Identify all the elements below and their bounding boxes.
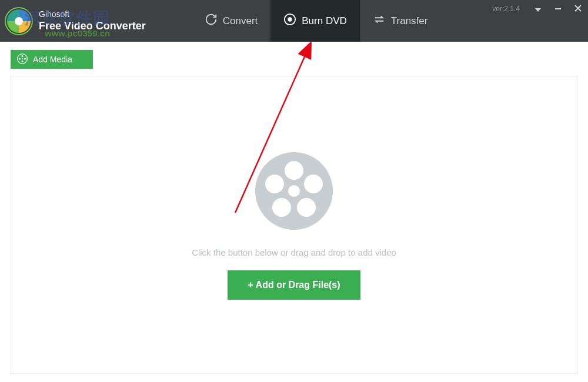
svg-point-9 — [19, 58, 21, 59]
svg-point-8 — [22, 61, 24, 62]
svg-point-13 — [285, 161, 303, 180]
tab-transfer-label: Transfer — [391, 15, 428, 27]
main-tabs: Convert Burn DVD Transfer — [192, 0, 441, 42]
app-logo-icon — [5, 7, 33, 35]
add-or-drag-button[interactable]: + Add or Drag File(s) — [228, 270, 360, 300]
brand-subtitle: Free Video Converter — [39, 19, 146, 33]
svg-point-12 — [288, 185, 300, 197]
close-icon — [574, 4, 582, 14]
window-controls: ver:2.1.4 — [492, 0, 588, 18]
refresh-icon — [205, 13, 218, 29]
minimize-button[interactable] — [548, 0, 568, 18]
svg-rect-4 — [555, 8, 561, 9]
minimize-icon — [554, 4, 562, 14]
transfer-icon — [373, 13, 386, 29]
logo-area: Gihosoft Free Video Converter — [0, 0, 163, 42]
tab-convert[interactable]: Convert — [192, 0, 271, 42]
svg-point-6 — [22, 55, 24, 56]
svg-point-15 — [297, 198, 316, 217]
dropdown-button[interactable] — [528, 0, 548, 18]
svg-point-14 — [304, 175, 323, 193]
svg-point-10 — [22, 58, 23, 59]
header-bar: Gihosoft Free Video Converter Convert Bu… — [0, 0, 588, 42]
svg-point-1 — [15, 17, 23, 25]
svg-point-16 — [272, 198, 291, 217]
brand-text: Gihosoft Free Video Converter — [39, 9, 146, 33]
disc-icon — [283, 13, 296, 29]
version-label: ver:2.1.4 — [492, 5, 520, 13]
add-media-button[interactable]: Add Media — [11, 50, 93, 69]
content-area: Add Media Click the button below or drag… — [0, 42, 588, 382]
svg-point-3 — [289, 18, 292, 21]
tab-burn-dvd-label: Burn DVD — [302, 15, 347, 27]
close-button[interactable] — [568, 0, 588, 18]
svg-point-17 — [265, 175, 284, 193]
dropzone-hint: Click the button below or drag and drop … — [192, 247, 396, 257]
tab-burn-dvd[interactable]: Burn DVD — [270, 0, 360, 42]
add-media-label: Add Media — [33, 55, 72, 64]
film-reel-small-icon — [16, 53, 28, 66]
dropzone[interactable]: Click the button below or drag and drop … — [11, 76, 577, 374]
tab-transfer[interactable]: Transfer — [360, 0, 441, 42]
film-reel-large-icon — [253, 150, 335, 234]
chevron-down-icon — [535, 4, 541, 14]
tab-convert-label: Convert — [223, 15, 258, 27]
svg-point-7 — [24, 58, 26, 59]
brand-name: Gihosoft — [39, 9, 146, 19]
